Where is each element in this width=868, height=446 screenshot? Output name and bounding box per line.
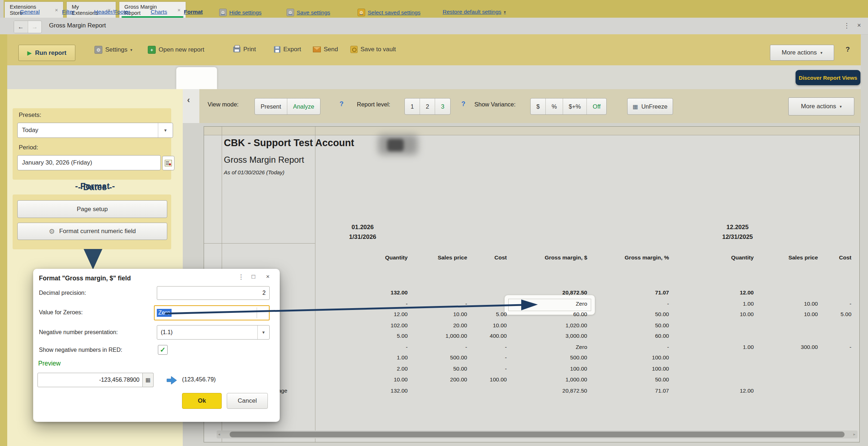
print-button[interactable]: Print [233,46,256,53]
format-current-field-button[interactable]: ⚙ Format current numeric field [17,223,167,240]
report-cell[interactable]: - [449,366,507,372]
settings-button[interactable]: ⚙ Settings ▾ [94,46,132,54]
dialog-kebab-icon[interactable]: ⋮ [238,273,244,281]
variance-off[interactable]: Off [587,99,606,114]
tab-charts[interactable]: Charts [151,9,167,15]
collapse-sidebar-chevron[interactable]: ‹ [187,95,190,105]
report-cell[interactable]: 50.00 [611,376,669,383]
cancel-button[interactable]: Cancel [227,393,268,409]
report-cell[interactable]: 71.07 [611,289,669,296]
preview-input[interactable]: -123,456.78900 [37,373,143,387]
run-report-button[interactable]: ▶ Run report [18,45,75,61]
export-button[interactable]: Export [274,46,301,53]
calendar-button[interactable] [162,156,174,170]
report-cell[interactable]: 400.00 [449,333,507,339]
variance-[interactable]: $ [531,99,546,114]
help-button[interactable]: ? [846,45,850,53]
discover-report-views-badge[interactable]: Discover Report Views [796,70,860,85]
report-level-2[interactable]: 2 [420,99,435,114]
report-cell[interactable]: - [449,354,507,361]
report-cell[interactable]: 5.00 [794,311,851,318]
variance-[interactable]: $+% [563,99,587,114]
scrollbar-thumb[interactable] [230,432,845,437]
report-cell[interactable]: 100.00 [611,366,669,372]
report-cell[interactable]: 132.00 [350,289,408,296]
report-cell[interactable]: 102.00 [350,322,408,329]
view-mode-help[interactable]: ? [340,100,344,108]
ok-button[interactable]: Ok [182,393,222,409]
report-cell[interactable]: 20,872.50 [530,289,587,296]
period-input[interactable]: January 30, 2026 (Friday) [17,155,161,170]
report-cell[interactable]: 1,000.00 [530,376,587,383]
link-hide-settings[interactable]: ⚙Hide settings [219,9,262,16]
report-cell[interactable]: - [611,301,669,307]
report-cell[interactable]: 500.00 [530,354,587,361]
report-cell[interactable]: 60.00 [530,311,587,318]
window-close-icon[interactable]: × [857,22,861,29]
report-level-3[interactable]: 3 [435,99,450,114]
report-cell[interactable]: 12.00 [350,311,408,318]
report-cell[interactable]: 5.00 [449,311,507,318]
report-level-1[interactable]: 1 [405,99,420,114]
report-cell[interactable]: 20,872.50 [530,388,587,394]
window-kebab-icon[interactable]: ⋮ [843,22,850,30]
view-mode-present[interactable]: Present [255,99,287,114]
back-button[interactable]: ← [14,21,28,33]
forward-button[interactable]: → [28,21,42,33]
report-cell[interactable]: 1.00 [350,354,408,361]
send-button[interactable]: Send [313,46,338,53]
decimal-precision-input[interactable]: 2 [157,286,270,300]
report-cell[interactable]: Zero [530,301,587,307]
report-cell[interactable]: - [611,344,669,350]
tab-close-icon[interactable]: × [177,7,181,13]
report-level-help[interactable]: ? [461,100,465,108]
tab-close-icon[interactable]: × [55,7,58,13]
tab-header-footer[interactable]: Header/Footer [94,9,130,15]
link-save-settings[interactable]: ⚙Save settings [287,9,330,16]
chevron-down-icon[interactable]: ▼ [158,123,173,137]
report-cell[interactable]: 10.00 [350,376,408,383]
report-cell[interactable]: 2.00 [350,366,408,372]
scroll-left-arrow-icon[interactable]: ◂ [218,432,220,437]
link-select-saved-settings[interactable]: ⚙Select saved settings [358,9,420,16]
view-mode-analyze[interactable]: Analyze [287,99,320,114]
variance-[interactable]: % [546,99,563,114]
report-cell[interactable]: - [350,301,408,307]
tab-general[interactable]: General [20,9,40,15]
report-cell[interactable]: 1.00 [696,344,754,350]
view-more-actions-button[interactable]: More actions ▾ [788,97,854,115]
report-cell[interactable]: 12.00 [696,388,754,394]
show-negative-red-checkbox[interactable]: ✓ [158,345,168,355]
dialog-close-icon[interactable]: × [266,273,270,280]
presets-dropdown[interactable]: Today ▼ [17,123,173,138]
report-cell[interactable]: - [794,344,851,350]
tab-filter[interactable]: Filter [62,9,74,15]
report-cell[interactable]: - [449,344,507,350]
report-cell[interactable]: 50.00 [611,311,669,318]
page-setup-button[interactable]: Page setup [17,200,167,218]
report-cell[interactable]: - [794,301,851,307]
report-cell[interactable]: 50.00 [611,322,669,329]
report-cell[interactable]: 3,000.00 [530,333,587,339]
report-cell[interactable]: - [409,301,467,307]
chevron-down-icon[interactable]: ▼ [257,325,269,339]
save-to-vault-button[interactable]: Save to vault [350,46,396,53]
value-for-zeroes-input[interactable]: Zero [154,305,270,320]
report-cell[interactable]: 71.07 [611,388,669,394]
negative-presentation-select[interactable]: (1.1) ▼ [157,325,270,340]
report-cell[interactable]: 60.00 [611,333,669,339]
report-cell[interactable]: 132.00 [350,388,408,394]
tab-format[interactable]: Format [184,9,203,15]
report-cell[interactable]: - [350,344,408,350]
report-cell[interactable]: 100.00 [611,354,669,361]
calculator-button[interactable]: ▦ [143,373,154,387]
report-cell[interactable]: 10.00 [449,322,507,329]
report-cell[interactable]: Zero [530,344,587,350]
report-cell[interactable]: 10.00 [696,311,754,318]
toolbar-more-actions-button[interactable]: More actions ▾ [770,45,834,61]
dialog-maximize-icon[interactable]: □ [252,273,255,280]
report-cell[interactable]: 1.00 [696,301,754,307]
horizontal-scrollbar[interactable]: ◂ ▸ [217,430,858,438]
scroll-right-arrow-icon[interactable]: ▸ [853,432,855,437]
unfreeze-button[interactable]: ▦ UnFreeze [627,98,673,115]
